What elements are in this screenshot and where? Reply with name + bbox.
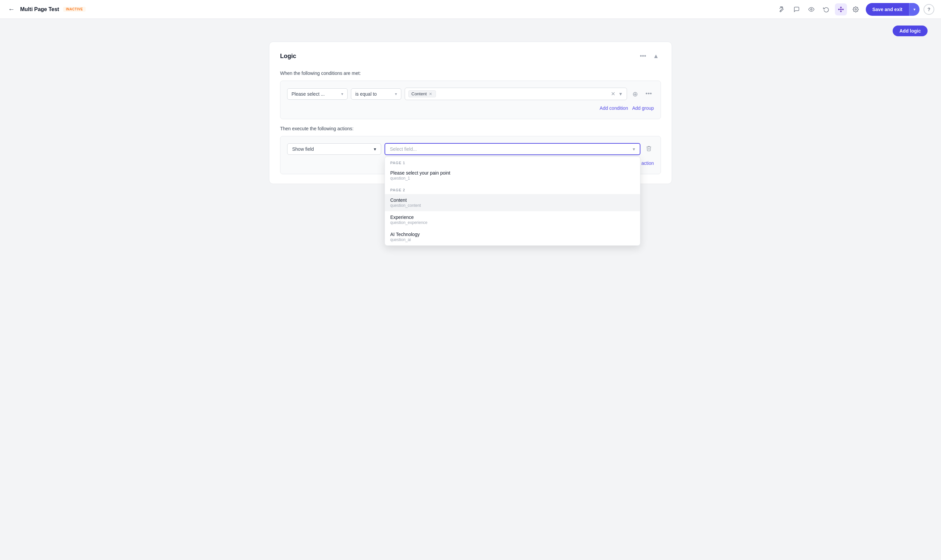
delete-action-button[interactable]	[644, 143, 654, 155]
svg-point-1	[810, 8, 812, 10]
gear-icon[interactable]	[850, 3, 862, 15]
logic-card: Logic ••• ▲ When the following condition…	[269, 42, 672, 184]
action-row: Show field ▾ Select field... ▾ PAGE 1	[287, 143, 654, 155]
action-type-selector[interactable]: Show field ▾	[287, 143, 381, 155]
field-dropdown-wrapper: Select field... ▾ PAGE 1 Please select y…	[385, 143, 641, 155]
logic-card-title: Logic	[280, 53, 296, 60]
operator-selector-chevron: ▾	[395, 92, 397, 96]
action-type-label: Show field	[292, 146, 314, 152]
dropdown-item-ai-label: AI Technology	[390, 232, 635, 237]
save-and-exit-button[interactable]: Save and exit	[866, 3, 909, 16]
dropdown-item-content-label: Content	[390, 197, 635, 203]
dropdown-item-question1-sub: question_1	[390, 176, 635, 181]
tags-actions: ✕ ▾	[610, 90, 623, 98]
dropdown-item-experience[interactable]: Experience question_experience	[385, 211, 640, 228]
actions-section: Then execute the following actions: Show…	[280, 126, 661, 174]
field-dropdown-placeholder: Select field...	[390, 146, 417, 152]
add-condition-item-icon[interactable]: ⊕	[630, 89, 640, 99]
clear-tags-icon[interactable]: ✕	[610, 90, 617, 98]
tags-chevron-icon[interactable]: ▾	[618, 90, 623, 98]
page1-group-label: PAGE 1	[385, 157, 640, 167]
dropdown-item-question1[interactable]: Please select your pain point question_1	[385, 167, 640, 184]
field-dropdown-trigger[interactable]: Select field... ▾	[385, 143, 641, 155]
field-selector[interactable]: Please select ... ▾	[287, 88, 348, 100]
dropdown-item-ai-sub: question_ai	[390, 237, 635, 242]
tag-label: Content	[411, 91, 427, 96]
dropdown-item-question1-label: Please select your pain point	[390, 170, 635, 175]
add-group-button[interactable]: Add group	[632, 104, 654, 112]
eye-icon[interactable]	[805, 3, 818, 15]
field-selector-chevron: ▾	[341, 92, 343, 96]
move-icon[interactable]	[835, 3, 847, 15]
topnav: ← Multi Page Test INACTIVE Save and exit…	[0, 0, 941, 19]
more-options-icon[interactable]: •••	[638, 51, 648, 61]
dropdown-item-experience-sub: question_experience	[390, 220, 635, 225]
field-dropdown-chevron: ▾	[633, 146, 635, 152]
dropdown-item-content-sub: question_content	[390, 203, 635, 208]
tags-field[interactable]: Content ✕ ✕ ▾	[405, 88, 627, 100]
comment-icon[interactable]	[790, 3, 802, 15]
status-badge: INACTIVE	[63, 7, 86, 12]
dropdown-item-ai[interactable]: AI Technology question_ai	[385, 228, 640, 245]
logic-card-header: Logic ••• ▲	[280, 51, 661, 61]
help-button[interactable]: ?	[924, 4, 934, 15]
operator-selector[interactable]: is equal to ▾	[351, 88, 401, 100]
tag-content: Content ✕	[408, 90, 436, 97]
magic-wand-icon[interactable]	[776, 3, 788, 15]
page2-group-label: PAGE 2	[385, 184, 640, 194]
field-dropdown-menu: PAGE 1 Please select your pain point que…	[385, 157, 641, 246]
svg-point-4	[855, 8, 856, 10]
actions-label: Then execute the following actions:	[280, 126, 661, 131]
action-type-chevron: ▾	[374, 146, 376, 152]
condition-box: Please select ... ▾ is equal to ▾ Conten…	[280, 81, 661, 119]
dropdown-item-content[interactable]: Content question_content	[385, 194, 640, 211]
conditions-label: When the following conditions are met:	[280, 71, 661, 76]
save-button-group: Save and exit ▾	[866, 3, 920, 16]
nav-icons	[776, 3, 862, 15]
condition-row: Please select ... ▾ is equal to ▾ Conten…	[287, 88, 654, 100]
operator-selector-label: is equal to	[355, 91, 377, 97]
add-condition-button[interactable]: Add condition	[600, 104, 628, 112]
action-box: Show field ▾ Select field... ▾ PAGE 1	[280, 136, 661, 174]
condition-more-icon[interactable]: •••	[644, 89, 654, 99]
collapse-icon[interactable]: ▲	[651, 51, 661, 61]
tag-remove-button[interactable]: ✕	[428, 92, 433, 96]
add-logic-button[interactable]: Add logic	[893, 26, 927, 36]
main-content: Add logic Logic ••• ▲ When the following…	[0, 19, 941, 560]
logic-card-actions: ••• ▲	[638, 51, 661, 61]
dropdown-item-experience-label: Experience	[390, 215, 635, 220]
field-selector-label: Please select ...	[291, 91, 325, 97]
back-button[interactable]: ←	[7, 4, 16, 14]
save-dropdown-arrow[interactable]: ▾	[909, 3, 919, 16]
page-title: Multi Page Test	[20, 6, 59, 12]
condition-footer: Add condition Add group	[287, 104, 654, 112]
history-icon[interactable]	[820, 3, 832, 15]
